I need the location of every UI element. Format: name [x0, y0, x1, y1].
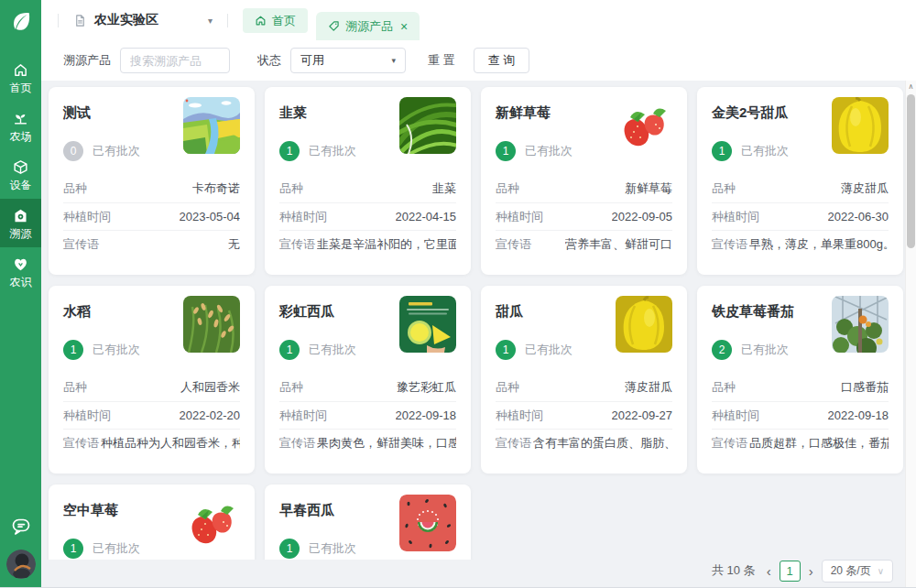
product-image-watermelon-poster-red — [399, 495, 456, 551]
product-card[interactable]: 甜瓜 1 已有批次 品种 薄皮甜瓜 种植时间 2022-09-27 宣传语 含有… — [481, 286, 687, 474]
field-value: 新鲜草莓 — [625, 180, 672, 197]
sidebar-item-farm[interactable]: 农场 — [0, 102, 41, 150]
card-fields: 品种 韭菜 种植时间 2022-04-15 宣传语 韭菜是辛温补阳的，它里面含有… — [279, 175, 456, 257]
trace-icon — [13, 208, 28, 223]
product-title: 彩虹西瓜 — [279, 299, 408, 321]
device-icon — [13, 159, 28, 175]
card-field-row: 品种 口感番茄 — [712, 374, 889, 401]
product-title: 水稻 — [63, 299, 191, 321]
card-field-row: 种植时间 2022-09-05 — [496, 202, 672, 230]
card-field-row: 宣传语 含有丰富的蛋白质、脂肪、碳水化... — [496, 429, 672, 456]
tab-trace-products[interactable]: 溯源产品 × — [316, 12, 420, 40]
query-button[interactable]: 查 询 — [474, 48, 530, 73]
card-field-row: 宣传语 无 — [63, 230, 240, 257]
field-label: 宣传语 — [496, 435, 531, 452]
product-title: 空中草莓 — [63, 497, 191, 519]
product-title: 测试 — [63, 100, 191, 122]
sidebar-bottom — [0, 516, 41, 579]
close-icon[interactable]: × — [400, 20, 408, 33]
product-card[interactable]: 空中草莓 1 已有批次 — [49, 485, 255, 560]
farm-icon — [13, 111, 28, 126]
product-image-strawberries-photo — [183, 495, 240, 551]
filter-bar: 溯源产品 状态 可用 ▾ 重 置 查 询 — [41, 40, 916, 81]
product-card[interactable]: 水稻 1 已有批次 品种 人和园香米 种植时间 2022-02-20 宣传语 种… — [49, 286, 255, 474]
product-title: 金美2号甜瓜 — [712, 100, 840, 122]
sidebar-item-label: 首页 — [10, 82, 32, 93]
sidebar-item-device[interactable]: 设备 — [0, 150, 41, 199]
field-value: 2022-09-05 — [612, 210, 673, 223]
product-card[interactable]: 新鲜草莓 1 已有批次 品种 新鲜草莓 种植时间 2022-09-05 宣传语 … — [481, 87, 687, 275]
pagination-bar: 共 10 条 ‹ 1 › 20 条/页 ∨ — [41, 560, 905, 587]
field-label: 宣传语 — [712, 236, 747, 253]
batch-count-badge: 1 — [712, 141, 732, 161]
field-label: 宣传语 — [63, 236, 99, 253]
product-card[interactable]: 彩虹西瓜 1 已有批次 品种 豫艺彩虹瓜 种植时间 2022-09-18 宣传语… — [265, 286, 471, 474]
batch-label: 已有批次 — [93, 342, 140, 358]
card-field-row: 品种 新鲜草莓 — [496, 175, 672, 202]
product-card[interactable]: 测试 0 已有批次 品种 卡布奇诺 种植时间 2023-05-04 宣传语 无 — [49, 87, 255, 275]
product-image-tomato-greenhouse-photo — [832, 296, 889, 353]
reset-button[interactable]: 重 置 — [422, 51, 461, 70]
sidebar-item-knowledge[interactable]: 农识 — [0, 247, 41, 296]
product-card[interactable]: 金美2号甜瓜 1 已有批次 品种 薄皮甜瓜 种植时间 2022-06-30 宣传… — [697, 87, 903, 275]
main-area: 测试 0 已有批次 品种 卡布奇诺 种植时间 2023-05-04 宣传语 无 … — [41, 81, 905, 587]
card-fields: 品种 人和园香米 种植时间 2022-02-20 宣传语 种植品种为人和园香米，… — [63, 374, 240, 456]
top-bar: 农业实验区 ▾ 首页 溯源产品 × — [41, 0, 916, 40]
field-value: 种植品种为人和园香米，种植品类... — [101, 435, 240, 452]
content-area: 农业实验区 ▾ 首页 溯源产品 × 溯源产品 状态 可用 ▾ 重 置 查 询 测… — [41, 0, 916, 587]
chevron-down-icon: ▾ — [166, 16, 213, 26]
product-image-chives-photo — [399, 97, 456, 154]
product-title: 早春西瓜 — [279, 497, 408, 519]
batch-label: 已有批次 — [309, 143, 356, 159]
field-value: 早熟，薄皮，单果重800g。果皮流... — [749, 236, 889, 253]
tab-bar: 首页 溯源产品 × — [243, 0, 420, 40]
sidebar-item-home[interactable]: 首页 — [0, 53, 41, 102]
field-value: 2022-02-20 — [180, 408, 241, 422]
current-page-button[interactable]: 1 — [780, 561, 801, 582]
tab-home[interactable]: 首页 — [243, 8, 308, 33]
field-label: 宣传语 — [279, 236, 315, 253]
field-label: 宣传语 — [712, 435, 747, 452]
search-input[interactable] — [120, 48, 230, 73]
product-title: 韭菜 — [279, 100, 408, 122]
product-card[interactable]: 韭菜 1 已有批次 品种 韭菜 种植时间 2022-04-15 宣传语 韭菜是辛… — [265, 87, 471, 275]
field-value: 2022-06-30 — [828, 210, 889, 223]
field-label: 品种 — [712, 180, 736, 197]
card-fields: 品种 豫艺彩虹瓜 种植时间 2022-09-18 宣传语 果肉黄色，鲜甜美味，口… — [279, 374, 456, 456]
page-size-select[interactable]: 20 条/页 ∨ — [822, 560, 893, 583]
field-label: 种植时间 — [496, 408, 543, 424]
tab-tag-icon — [328, 20, 340, 32]
field-value: 2022-09-18 — [396, 408, 457, 422]
product-image-melon-photo — [616, 296, 672, 353]
chevron-down-icon: ▾ — [391, 56, 396, 65]
divider — [227, 14, 228, 27]
product-card[interactable]: 铁皮草莓番茄 2 已有批次 品种 口感番茄 种植时间 2022-09-18 宣传… — [697, 286, 903, 474]
status-select[interactable]: 可用 ▾ — [290, 48, 406, 73]
scroll-up-arrow[interactable]: ∧ — [906, 81, 916, 93]
card-field-row: 宣传语 早熟，薄皮，单果重800g。果皮流... — [712, 230, 889, 257]
next-page-button[interactable]: › — [809, 564, 813, 578]
field-value: 2022-04-15 — [396, 210, 457, 223]
user-avatar[interactable] — [6, 550, 36, 579]
batch-count-badge: 0 — [63, 141, 83, 161]
prev-page-button[interactable]: ‹ — [767, 564, 771, 578]
org-selector[interactable]: 农业实验区 ▾ — [68, 12, 218, 28]
chat-bubble-icon[interactable] — [10, 516, 32, 538]
batch-count-badge: 1 — [279, 539, 300, 559]
product-title: 铁皮草莓番茄 — [712, 299, 840, 321]
org-name: 农业实验区 — [94, 12, 158, 28]
field-label: 宣传语 — [63, 435, 99, 452]
sidebar-item-trace[interactable]: 溯源 — [0, 199, 41, 247]
product-image-yellow-melon-photo — [832, 97, 889, 154]
sidebar-nav: 首页 农场 设备 溯源 农识 — [0, 53, 41, 296]
product-card[interactable]: 早春西瓜 1 已有批次 — [265, 485, 471, 560]
field-value: 薄皮甜瓜 — [625, 379, 672, 396]
field-value: 豫艺彩虹瓜 — [397, 379, 456, 396]
field-label: 品种 — [279, 180, 303, 197]
card-field-row: 种植时间 2022-09-27 — [496, 401, 672, 429]
card-fields: 品种 新鲜草莓 种植时间 2022-09-05 宣传语 营养丰富、鲜甜可口 — [496, 175, 672, 257]
scrollbar-thumb[interactable] — [907, 94, 915, 248]
field-label: 种植时间 — [496, 209, 543, 225]
batch-label: 已有批次 — [525, 342, 572, 358]
batch-label: 已有批次 — [525, 143, 572, 159]
